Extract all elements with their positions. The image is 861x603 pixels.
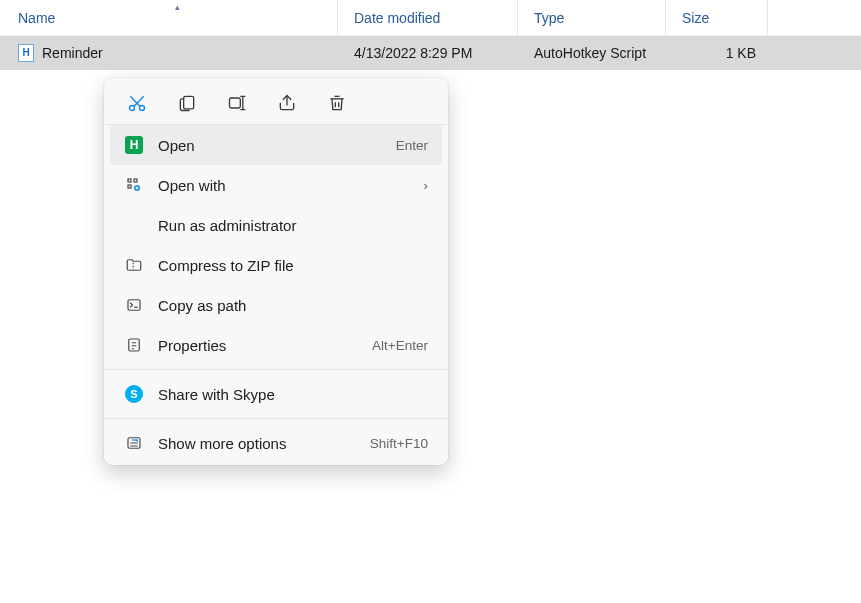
svg-rect-3 bbox=[230, 98, 241, 108]
cut-icon[interactable] bbox=[126, 92, 148, 114]
zip-icon bbox=[124, 255, 144, 275]
context-menu: H Open Enter Open with › Run as administ… bbox=[104, 78, 448, 465]
column-header-name[interactable]: Name ▴ bbox=[18, 0, 338, 35]
file-row-selected[interactable]: H Reminder 4/13/2022 8:29 PM AutoHotkey … bbox=[0, 36, 861, 70]
context-separator bbox=[104, 418, 448, 419]
menu-open[interactable]: H Open Enter bbox=[110, 125, 442, 165]
menu-share-skype-label: Share with Skype bbox=[158, 386, 428, 403]
show-more-options-icon bbox=[124, 433, 144, 453]
menu-copy-as-path-label: Copy as path bbox=[158, 297, 428, 314]
menu-run-as-admin-label: Run as administrator bbox=[158, 217, 428, 234]
column-header-name-label: Name bbox=[18, 10, 55, 26]
svg-rect-8 bbox=[128, 300, 140, 311]
menu-properties-label: Properties bbox=[158, 337, 358, 354]
menu-run-as-admin[interactable]: Run as administrator bbox=[110, 205, 442, 245]
properties-icon bbox=[124, 335, 144, 355]
menu-show-more-options-label: Show more options bbox=[158, 435, 356, 452]
file-date: 4/13/2022 8:29 PM bbox=[354, 45, 472, 61]
svg-rect-5 bbox=[134, 179, 137, 182]
chevron-right-icon: › bbox=[424, 178, 429, 193]
svg-rect-4 bbox=[128, 179, 131, 182]
menu-open-with-label: Open with bbox=[158, 177, 410, 194]
menu-open-with[interactable]: Open with › bbox=[110, 165, 442, 205]
run-as-admin-icon bbox=[124, 215, 144, 235]
open-with-icon bbox=[124, 175, 144, 195]
context-toolbar bbox=[104, 80, 448, 125]
column-header-type[interactable]: Type bbox=[518, 0, 666, 35]
column-header-size-label: Size bbox=[682, 10, 709, 26]
sort-ascending-icon: ▴ bbox=[175, 2, 180, 12]
column-header-size[interactable]: Size bbox=[666, 0, 768, 35]
open-h-icon: H bbox=[125, 136, 143, 154]
svg-point-0 bbox=[130, 106, 135, 111]
rename-icon[interactable] bbox=[226, 92, 248, 114]
svg-rect-6 bbox=[128, 185, 131, 188]
menu-properties-shortcut: Alt+Enter bbox=[372, 338, 428, 353]
menu-copy-as-path[interactable]: Copy as path bbox=[110, 285, 442, 325]
share-icon[interactable] bbox=[276, 92, 298, 114]
menu-compress-zip-label: Compress to ZIP file bbox=[158, 257, 428, 274]
menu-properties[interactable]: Properties Alt+Enter bbox=[110, 325, 442, 365]
menu-open-label: Open bbox=[158, 137, 382, 154]
file-name: Reminder bbox=[42, 45, 103, 61]
file-size: 1 KB bbox=[726, 45, 756, 61]
menu-open-shortcut: Enter bbox=[396, 138, 428, 153]
svg-rect-2 bbox=[184, 96, 194, 109]
delete-icon[interactable] bbox=[326, 92, 348, 114]
column-header-type-label: Type bbox=[534, 10, 564, 26]
file-type: AutoHotkey Script bbox=[534, 45, 646, 61]
menu-share-skype[interactable]: S Share with Skype bbox=[110, 374, 442, 414]
menu-compress-zip[interactable]: Compress to ZIP file bbox=[110, 245, 442, 285]
open-icon: H bbox=[124, 135, 144, 155]
context-separator bbox=[104, 369, 448, 370]
autohotkey-file-icon: H bbox=[18, 44, 34, 62]
column-header-date-label: Date modified bbox=[354, 10, 440, 26]
skype-icon: S bbox=[124, 384, 144, 404]
menu-show-more-options[interactable]: Show more options Shift+F10 bbox=[110, 423, 442, 463]
svg-point-1 bbox=[140, 106, 145, 111]
column-header-date[interactable]: Date modified bbox=[338, 0, 518, 35]
copy-as-path-icon bbox=[124, 295, 144, 315]
copy-icon[interactable] bbox=[176, 92, 198, 114]
menu-show-more-options-shortcut: Shift+F10 bbox=[370, 436, 428, 451]
column-header-row: Name ▴ Date modified Type Size bbox=[0, 0, 861, 36]
